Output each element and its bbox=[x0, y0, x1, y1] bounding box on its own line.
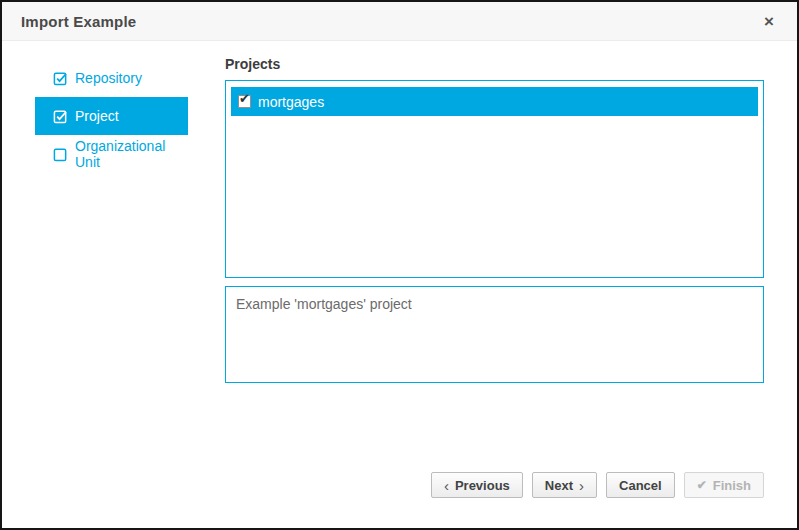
step-label: Repository bbox=[75, 70, 142, 86]
project-name: mortgages bbox=[258, 94, 324, 110]
project-checkbox[interactable]: ✔ bbox=[238, 95, 251, 108]
previous-button[interactable]: ‹ Previous bbox=[431, 472, 523, 498]
chevron-left-icon: ‹ bbox=[444, 478, 449, 493]
previous-label: Previous bbox=[455, 478, 510, 493]
step-label: Project bbox=[75, 108, 119, 124]
finish-button: ✔ Finish bbox=[684, 472, 764, 498]
step-organizational-unit[interactable]: Organizational Unit bbox=[35, 135, 188, 173]
wizard-steps-sidebar: Repository Project Organizational Unit bbox=[35, 59, 188, 173]
checked-checkbox-icon bbox=[53, 71, 68, 86]
chevron-right-icon: › bbox=[579, 478, 584, 493]
finish-label: Finish bbox=[713, 478, 751, 493]
check-icon: ✔ bbox=[697, 479, 707, 491]
import-example-dialog: Import Example × Repository Project bbox=[0, 0, 799, 530]
cancel-label: Cancel bbox=[619, 478, 662, 493]
checked-checkbox-icon bbox=[53, 109, 68, 124]
unchecked-checkbox-icon bbox=[53, 147, 68, 162]
projects-label: Projects bbox=[225, 56, 764, 72]
step-repository[interactable]: Repository bbox=[35, 59, 188, 97]
project-row-mortgages[interactable]: ✔ mortgages bbox=[231, 87, 758, 116]
project-description: Example 'mortgages' project bbox=[236, 296, 412, 312]
projects-list: ✔ mortgages bbox=[225, 80, 764, 278]
footer-buttons: ‹ Previous Next › Cancel ✔ Finish bbox=[431, 472, 764, 498]
next-button[interactable]: Next › bbox=[532, 472, 597, 498]
project-description-box: Example 'mortgages' project bbox=[225, 286, 764, 383]
dialog-header: Import Example × bbox=[2, 2, 797, 41]
checkmark-icon: ✔ bbox=[239, 92, 250, 105]
cancel-button[interactable]: Cancel bbox=[606, 472, 675, 498]
main-panel: Projects ✔ mortgages Example 'mortgages'… bbox=[225, 41, 764, 72]
step-project[interactable]: Project bbox=[35, 97, 188, 135]
close-icon[interactable]: × bbox=[760, 11, 778, 32]
dialog-body: Repository Project Organizational Unit P… bbox=[2, 41, 797, 528]
dialog-title: Import Example bbox=[21, 13, 136, 30]
step-label: Organizational Unit bbox=[75, 138, 188, 170]
next-label: Next bbox=[545, 478, 573, 493]
